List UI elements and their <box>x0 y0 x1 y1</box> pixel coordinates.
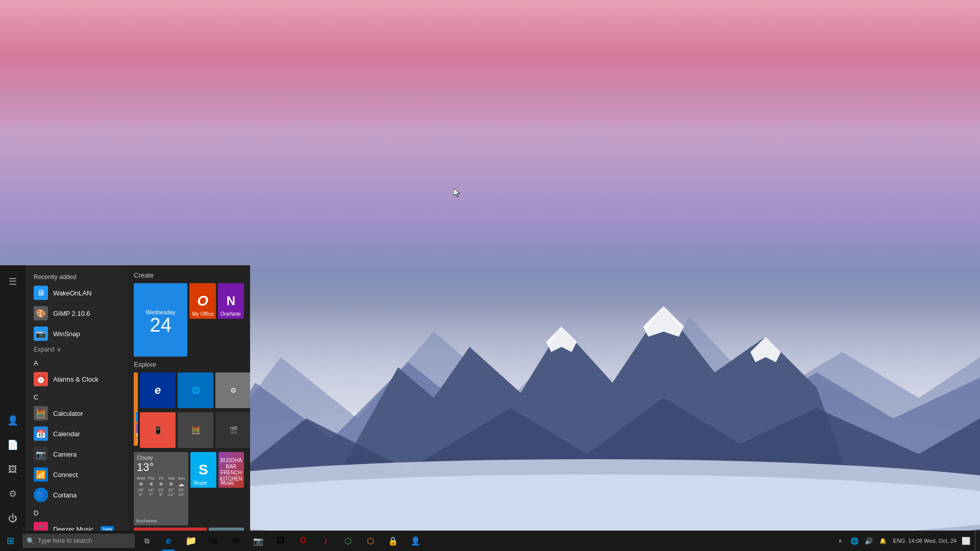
taskbar: ⊞ 🔍 Type here to search ⧉ e 📁 🛍 ✉ 📷 🖼 O <box>0 531 980 551</box>
calc-icon: 🧮 <box>191 426 200 434</box>
system-tray: ∧ 🌐 🔊 🔔 ENG 14:08 Wed, Oct, 24 ⬜ <box>831 531 980 551</box>
cortana-item[interactable]: 🔵 Cortana <box>26 485 128 505</box>
settings-icon[interactable]: ⚙ <box>1 482 25 506</box>
edge-tile[interactable]: e <box>140 372 176 408</box>
task-view-button[interactable]: ⧉ <box>137 531 157 551</box>
onenote-tile[interactable]: N OneNote <box>218 283 244 319</box>
power-icon[interactable]: ⏻ <box>1 506 25 531</box>
create-section-label: Create <box>134 271 244 279</box>
connect-item[interactable]: 📶 Connect <box>26 464 128 485</box>
gimp-label: GIMP 2.10.6 <box>53 310 90 317</box>
weather-forecast: Wed ☀ 18° 4° Thu ☀ 14° 7° Fri ☀ 19° <box>137 476 185 497</box>
calendar-tile[interactable]: Wednesday 24 <box>134 283 187 357</box>
weather-fri-low: 9° <box>159 492 163 497</box>
camera-item[interactable]: 📷 Camera <box>26 444 128 464</box>
photos-taskbar-icon: 🖼 <box>277 536 285 545</box>
deezer-item[interactable]: 🎵 Deezer Music New <box>26 519 128 531</box>
action-center-icon[interactable]: ⬜ <box>957 531 975 551</box>
search-placeholder: Type here to search <box>38 537 92 544</box>
weather-wed-high: 18° <box>138 488 144 492</box>
taskbar-opera[interactable]: O <box>292 531 314 551</box>
news-tile[interactable]: Single ticket wins $1.6 billion Mega Mil… <box>134 528 207 531</box>
alarms-icon: ⏰ <box>34 372 48 386</box>
weather-sun-low: 12° <box>178 492 184 497</box>
weather-thu-high: 14° <box>148 488 154 492</box>
taskbar-app4[interactable]: 👤 <box>404 531 427 551</box>
network-icon[interactable]: 🌐 <box>847 531 862 551</box>
phone-tile[interactable]: 📱 <box>140 412 176 448</box>
weather-city: Bucharest <box>136 518 157 523</box>
small-tiles-row2: 📱 🧮 🎬 <box>140 412 250 448</box>
chevron-down-icon: ∨ <box>57 346 61 353</box>
film-tile[interactable]: 🎬 <box>215 412 250 448</box>
volume-icon[interactable]: 🔊 <box>862 531 876 551</box>
cortana-label: Cortana <box>53 491 77 499</box>
deezer-icon: 🎵 <box>34 522 48 531</box>
taskbar-app1[interactable]: ⬡ <box>337 531 359 551</box>
weather-tile[interactable]: Cloudy 13° Wed ☀ 18° 4° Thu ☀ 14° 7° <box>134 452 188 525</box>
notification-icon[interactable]: 🔔 <box>876 531 890 551</box>
weather-sat-icon: ☀ <box>168 481 174 488</box>
taskbar-photos[interactable]: 🖼 <box>270 531 292 551</box>
photos-tile[interactable]: 🏔 Photos <box>209 528 244 531</box>
calendar-item[interactable]: 📅 Calendar <box>26 423 128 444</box>
expand-button[interactable]: Expand ∨ <box>26 344 128 355</box>
store-tile[interactable]: 🛍 Microsoft Store <box>134 372 138 446</box>
winsnap-item[interactable]: 📷 WinSnap <box>26 323 128 344</box>
camera-icon: 📷 <box>34 447 48 461</box>
weather-fri-icon: ☀ <box>158 481 164 488</box>
taskbar-mail[interactable]: ✉ <box>225 531 247 551</box>
calc-tile[interactable]: 🧮 <box>178 412 213 448</box>
calculator-item[interactable]: 🧮 Calculator <box>26 403 128 423</box>
app1-icon: ⬡ <box>345 536 352 546</box>
user-account-icon[interactable]: 👤 <box>1 408 25 433</box>
weather-wed-day: Wed <box>137 476 145 481</box>
show-desktop-button[interactable] <box>975 531 978 551</box>
settings-tile-icon: ⚙ <box>230 386 237 394</box>
msn-tile[interactable]: 🌐 <box>178 372 213 408</box>
weather-wed-icon: ☀ <box>138 481 144 488</box>
connect-icon: 📶 <box>34 467 48 482</box>
weather-wed-low: 4° <box>139 492 143 497</box>
taskbar-deezer[interactable]: ♪ <box>314 531 337 551</box>
search-box[interactable]: 🔍 Type here to search <box>22 534 135 548</box>
taskbar-app3[interactable]: 🔒 <box>382 531 404 551</box>
taskbar-store[interactable]: 🛍 <box>202 531 225 551</box>
calendar-icon: 📅 <box>34 427 48 441</box>
weather-thu-icon: ☀ <box>149 481 154 488</box>
office-tile[interactable]: O My Office <box>189 283 215 319</box>
pictures-icon[interactable]: 🖼 <box>1 457 25 482</box>
camera-label: Camera <box>53 450 77 458</box>
letter-a-divider: A <box>26 357 128 369</box>
msn-icon: 🌐 <box>191 386 200 394</box>
explore-tiles-row: 🛍 Microsoft Store e 🌐 ⚙ <box>134 372 244 450</box>
settings-tile[interactable]: ⚙ <box>215 372 250 408</box>
hamburger-menu-icon[interactable]: ☰ <box>1 269 25 294</box>
edge-icon: e <box>155 384 161 397</box>
clock-display[interactable]: 14:08 Wed, Oct, 24 <box>908 538 957 544</box>
create-tiles-row: Wednesday 24 O My Office N OneNote <box>134 283 244 357</box>
music-tile[interactable]: BUDDHA BARFRENCH KITCHEN Music <box>218 452 244 488</box>
expand-label: Expand <box>34 346 55 353</box>
skype-tile[interactable]: S Skype <box>190 452 216 488</box>
search-icon: 🔍 <box>27 537 35 545</box>
start-button[interactable]: ⊞ <box>0 531 20 551</box>
start-left-strip: ☰ 👤 📄 🖼 ⚙ ⏻ <box>0 265 26 531</box>
taskbar-camera[interactable]: 📷 <box>247 531 270 551</box>
app3-icon: 🔒 <box>388 536 398 546</box>
clock-date: Wed, Oct, 24 <box>924 538 957 544</box>
calendar-label: Calendar <box>53 430 80 438</box>
documents-icon[interactable]: 📄 <box>1 433 25 457</box>
wakeonlan-item[interactable]: 🖥 WakeOnLAN <box>26 283 128 303</box>
file-explorer-icon: 📁 <box>185 535 197 546</box>
weather-sun: Sun ☁ 23° 12° <box>177 476 185 497</box>
alarms-item[interactable]: ⏰ Alarms & Clock <box>26 369 128 389</box>
taskbar-file-explorer[interactable]: 📁 <box>180 531 202 551</box>
taskbar-edge[interactable]: e <box>157 531 180 551</box>
taskbar-app2[interactable]: ⬡ <box>359 531 382 551</box>
gimp-item[interactable]: 🎨 GIMP 2.10.6 <box>26 303 128 323</box>
tray-overflow-icon[interactable]: ∧ <box>833 531 847 551</box>
phone-icon: 📱 <box>154 426 162 434</box>
clock-time: 14:08 <box>908 538 922 544</box>
winsnap-label: WinSnap <box>53 330 80 338</box>
